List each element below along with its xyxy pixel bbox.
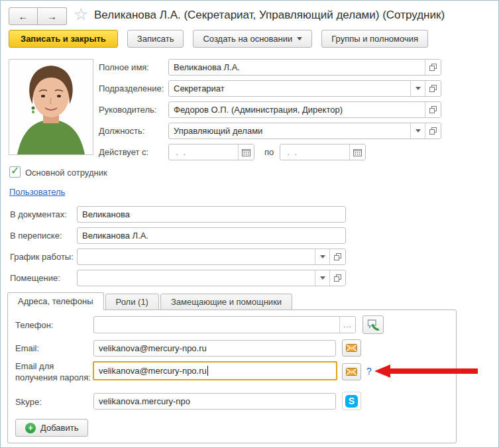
back-arrow-icon: ← (19, 11, 28, 22)
department-dropdown-button[interactable] (410, 81, 425, 96)
phone-more-button[interactable]: ... (339, 317, 355, 333)
work-schedule-open-button[interactable] (329, 249, 345, 264)
manager-input[interactable] (169, 102, 425, 117)
calendar-icon (242, 148, 250, 156)
skype-input[interactable] (94, 394, 335, 409)
manager-field (168, 101, 441, 118)
room-dropdown-button[interactable] (315, 270, 329, 286)
main-employee-label: Основной сотрудник (25, 168, 107, 178)
department-field (168, 80, 441, 97)
create-based-on-label: Создать на основании (203, 34, 292, 44)
help-link[interactable]: ? (366, 366, 372, 376)
password-email-label: Email для получения пароля: (15, 361, 95, 383)
valid-from-label: Действует с: (99, 147, 148, 157)
tab-addresses-phones[interactable]: Адреса, телефоны (7, 292, 104, 310)
room-open-button[interactable] (329, 270, 345, 286)
open-icon (333, 274, 342, 282)
password-email-field[interactable]: velikanova@mercury-npo.ru (93, 361, 337, 380)
in-documents-input[interactable] (78, 207, 345, 222)
work-schedule-label: График работы: (10, 252, 74, 262)
phone-input[interactable] (94, 317, 339, 333)
add-button[interactable]: + Добавить (15, 419, 88, 437)
ellipsis-icon: ... (343, 322, 351, 327)
window-title: Великанова Л.А. (Секретариат, Управляющи… (94, 9, 445, 22)
envelope-icon (346, 368, 357, 376)
work-schedule-input[interactable] (78, 249, 315, 264)
groups-permissions-button[interactable]: Группы и полномочия (321, 30, 428, 48)
valid-from-field (168, 144, 254, 160)
employee-photo (9, 59, 93, 155)
in-correspondence-input[interactable] (78, 228, 345, 243)
email-input[interactable] (94, 341, 335, 356)
position-open-button[interactable] (425, 123, 441, 139)
in-documents-field (77, 206, 346, 223)
password-email-value: velikanova@mercury-npo.ru (94, 363, 336, 379)
main-employee-checkbox[interactable]: ✓ (9, 166, 21, 178)
valid-from-calendar-button[interactable] (238, 144, 254, 160)
plus-icon: + (25, 423, 36, 433)
in-correspondence-label: В переписке: (10, 231, 62, 241)
open-icon (333, 252, 342, 261)
forward-button[interactable]: → (38, 7, 67, 25)
chevron-down-icon (320, 276, 325, 280)
tab-bar: Адреса, телефоны Роли (1) Замещающие и п… (7, 292, 292, 310)
position-dropdown-button[interactable] (410, 123, 425, 139)
password-email-send-button[interactable] (342, 363, 361, 380)
work-schedule-dropdown-button[interactable] (315, 249, 329, 264)
skype-call-button[interactable]: S (342, 392, 361, 410)
open-icon (429, 127, 437, 135)
email-field (93, 340, 336, 357)
position-input[interactable] (169, 123, 410, 139)
back-button[interactable]: ← (9, 7, 38, 25)
valid-to-calendar-button[interactable] (349, 144, 365, 160)
manager-open-button[interactable] (425, 102, 441, 117)
open-icon (429, 105, 437, 114)
chevron-down-icon (320, 255, 325, 258)
add-button-label: Добавить (40, 423, 78, 433)
tab-roles[interactable]: Роли (1) (105, 294, 159, 310)
in-documents-label: В документах: (10, 209, 67, 219)
tab-deputies-assistants[interactable]: Замещающие и помощники (160, 294, 292, 310)
full-name-field (168, 59, 441, 76)
manager-label: Руководитель: (99, 105, 156, 115)
skype-field (93, 393, 336, 410)
favorite-star-icon[interactable]: ☆ (74, 5, 88, 24)
red-arrow-icon (374, 364, 478, 380)
room-label: Помещение: (10, 273, 60, 283)
open-icon (429, 63, 437, 72)
full-name-open-button[interactable] (425, 60, 441, 75)
employee-card-window: ← → ☆ Великанова Л.А. (Секретариат, Упра… (0, 0, 499, 448)
department-open-button[interactable] (425, 81, 441, 96)
checkmark-icon: ✓ (11, 164, 19, 177)
skype-label: Skype: (15, 397, 42, 407)
position-label: Должность: (99, 126, 144, 136)
save-and-close-button[interactable]: Записать и закрыть (9, 30, 118, 48)
phone-message-button[interactable] (362, 315, 384, 334)
email-label: Email: (15, 343, 39, 353)
position-field (168, 123, 441, 139)
full-name-input[interactable] (169, 60, 425, 75)
room-field (77, 270, 346, 286)
text-caret (207, 366, 208, 376)
valid-from-input[interactable] (169, 144, 238, 160)
save-button[interactable]: Записать (127, 30, 184, 48)
phone-bubble-icon (366, 319, 380, 331)
create-based-on-button[interactable]: Создать на основании (193, 30, 312, 48)
valid-to-input[interactable] (280, 144, 349, 160)
employee-photo-illustration (9, 60, 93, 154)
department-label: Подразделение: (99, 84, 164, 93)
email-send-button[interactable] (342, 339, 361, 357)
nav-button-group: ← → (9, 7, 67, 25)
envelope-icon (346, 344, 357, 352)
forward-arrow-icon: → (47, 11, 57, 22)
chevron-down-icon (416, 87, 421, 90)
phone-label: Телефон: (15, 320, 54, 330)
calendar-icon (353, 148, 362, 156)
department-input[interactable] (169, 81, 410, 96)
user-link[interactable]: Пользователь (9, 187, 65, 197)
in-correspondence-field (77, 227, 346, 244)
chevron-down-icon (416, 129, 421, 133)
skype-icon: S (345, 395, 358, 408)
open-icon (429, 84, 437, 93)
room-input[interactable] (78, 270, 315, 286)
